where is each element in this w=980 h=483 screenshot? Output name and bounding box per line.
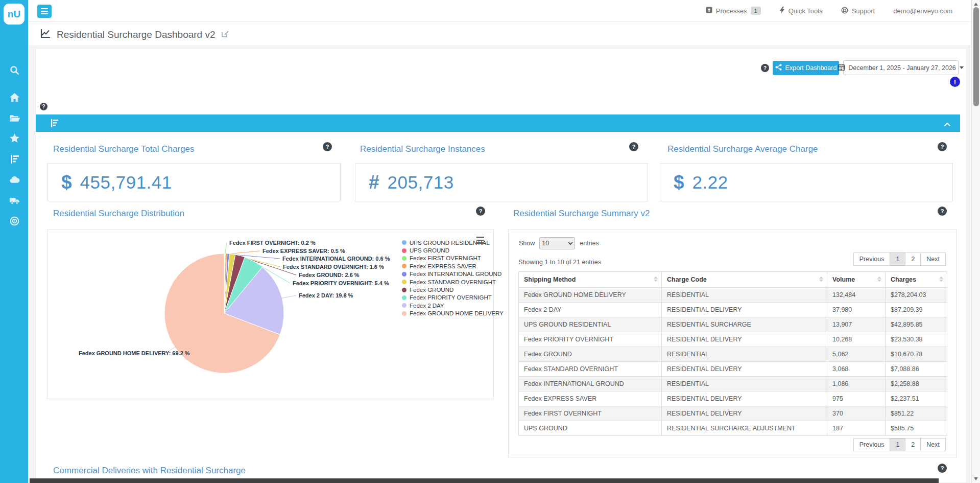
legend-bullet-icon (402, 264, 407, 268)
legend-item[interactable]: Fedex GROUND (402, 286, 504, 293)
share-icon (775, 64, 782, 72)
sidebar-toggle-button[interactable] (37, 5, 52, 18)
bottom-section-help-icon[interactable]: ? (938, 464, 947, 473)
legend-item[interactable]: Fedex PRIORITY OVERNIGHT (402, 294, 504, 302)
distribution-help-icon[interactable]: ? (476, 206, 485, 216)
column-header[interactable]: Shipping Method (519, 272, 662, 288)
quick-tools-menu[interactable]: Quick Tools (779, 7, 823, 15)
legend-item[interactable]: Fedex GROUND HOME DELIVERY (402, 310, 504, 317)
pagination-next-button[interactable]: Next (920, 438, 946, 451)
legend-item[interactable]: Fedex 2 DAY (402, 302, 504, 309)
kpi-title-average-charge: Residential Surcharge Average Charge (667, 144, 818, 154)
table-cell: RESIDENTIAL SURCHARGE (662, 317, 827, 332)
table-cell: UPS GROUND RESIDENTIAL (519, 317, 662, 332)
vertical-scrollbar[interactable] (971, 0, 980, 483)
table-cell: RESIDENTIAL (662, 377, 827, 392)
chart-menu-button[interactable] (476, 237, 484, 244)
page-size-select[interactable]: 10 (539, 237, 575, 249)
edit-icon[interactable] (222, 30, 229, 39)
top-bar: Processes 1 Quick Tools Support demo@env… (28, 0, 972, 22)
table-cell: Fedex EXPRESS SAVER (519, 392, 662, 406)
pagination-page-button[interactable]: 2 (905, 438, 921, 451)
support-menu[interactable]: Support (841, 7, 875, 15)
table-cell: 5,062 (827, 347, 886, 362)
table-row[interactable]: Fedex STANDARD OVERNIGHTRESIDENTIAL DELI… (519, 362, 947, 377)
kpi-help-icon[interactable]: ? (629, 142, 638, 151)
pie-data-label: Fedex 2 DAY: 19.8 % (299, 292, 353, 298)
summary-help-icon[interactable]: ? (938, 206, 947, 216)
distribution-title: Residential Surcharge Distribution (53, 209, 184, 219)
dollar-icon: $ (61, 172, 72, 193)
legend-label: Fedex EXPRESS SAVER (410, 263, 476, 269)
table-row[interactable]: Fedex GROUND HOME DELIVERYRESIDENTIAL132… (519, 288, 947, 303)
sort-icon (939, 277, 943, 282)
kpi-card-average-charge: $ 2.22 (660, 163, 953, 201)
panel-help-icon[interactable]: ? (40, 103, 47, 110)
export-dashboard-button[interactable]: Export Dashboard (773, 61, 839, 75)
table-cell: $585.75 (886, 421, 947, 436)
home-icon[interactable] (9, 91, 20, 103)
pagination-next-button[interactable]: Next (920, 252, 946, 266)
table-cell: RESIDENTIAL DELIVERY (662, 392, 827, 406)
pagination-page-button[interactable]: 1 (890, 438, 905, 451)
processes-menu[interactable]: Processes 1 (706, 7, 761, 15)
cloud-icon[interactable] (9, 174, 20, 185)
table-cell: 10,268 (827, 332, 886, 347)
column-header[interactable]: Charges (886, 272, 947, 288)
table-row[interactable]: UPS GROUNDRESIDENTIAL SURCHARGE ADJUSTME… (519, 421, 947, 436)
folder-open-icon[interactable] (9, 112, 20, 123)
table-row[interactable]: Fedex INTERNATIONAL GROUNDRESIDENTIAL1,0… (519, 377, 947, 392)
legend-item[interactable]: UPS GROUND (402, 246, 504, 254)
table-info: Showing 1 to 10 of 21 entries (518, 259, 601, 266)
legend-item[interactable]: Fedex FIRST OVERNIGHT (402, 255, 504, 262)
kpi-help-icon[interactable]: ? (938, 142, 947, 151)
column-header[interactable]: Volume (827, 272, 886, 288)
search-icon[interactable] (9, 64, 20, 76)
legend-bullet-icon (402, 311, 407, 316)
legend-item[interactable]: Fedex EXPRESS SAVER (402, 262, 504, 270)
star-icon[interactable] (9, 132, 20, 144)
kpi-card-total-charges: $ 455,791.41 (47, 163, 341, 201)
table-row[interactable]: Fedex PRIORITY OVERNIGHTRESIDENTIAL DELI… (519, 332, 947, 347)
truck-icon[interactable] (9, 195, 20, 206)
dashboard-help-icon[interactable]: ? (761, 64, 769, 72)
pie-label-connector (226, 251, 260, 254)
user-email[interactable]: demo@enveyo.com (893, 7, 952, 15)
table-row[interactable]: Fedex 2 DAYRESIDENTIAL DELIVERY37,980$87… (519, 303, 947, 317)
table-cell: RESIDENTIAL DELIVERY (662, 303, 827, 317)
kpi-help-icon[interactable]: ? (323, 142, 332, 151)
panel-heading (36, 114, 960, 132)
pie-label-connector (281, 295, 296, 298)
horizontal-scroll-thumb[interactable] (30, 478, 939, 483)
pagination-page-button[interactable]: 2 (905, 252, 921, 266)
scroll-up-icon[interactable] (974, 3, 978, 6)
chevron-up-icon[interactable] (944, 120, 951, 129)
table-cell: Fedex PRIORITY OVERNIGHT (519, 332, 662, 347)
bar-chart-icon[interactable] (9, 153, 20, 165)
pagination-page-button[interactable]: 1 (890, 252, 905, 266)
kpi-title-total-charges: Residential Surcharge Total Charges (53, 144, 195, 154)
table-row[interactable]: Fedex FIRST OVERNIGHTRESIDENTIAL DELIVER… (519, 406, 947, 421)
legend-label: Fedex PRIORITY OVERNIGHT (410, 294, 492, 301)
alert-badge[interactable]: ! (950, 77, 960, 87)
support-label: Support (852, 7, 875, 15)
vertical-scroll-thumb[interactable] (973, 7, 979, 106)
pagination-previous-button[interactable]: Previous (853, 252, 891, 266)
kpi-value: 2.22 (692, 172, 728, 193)
column-header[interactable]: Charge Code (662, 272, 827, 288)
quick-tools-label: Quick Tools (788, 7, 823, 15)
table-cell: 3,068 (827, 362, 886, 377)
pagination-previous-button[interactable]: Previous (853, 438, 891, 451)
app-logo[interactable]: nU (4, 4, 25, 25)
table-row[interactable]: Fedex GROUNDRESIDENTIAL5,062$10,670.78 (519, 347, 947, 362)
date-range-picker[interactable]: December 1, 2025 - January 27, 2026 (843, 60, 959, 75)
table-row[interactable]: Fedex EXPRESS SAVERRESIDENTIAL DELIVERY9… (519, 392, 947, 406)
legend-label: Fedex STANDARD OVERNIGHT (410, 279, 496, 285)
bullseye-icon[interactable] (9, 215, 20, 226)
scroll-down-icon[interactable] (974, 477, 978, 480)
table-row[interactable]: UPS GROUND RESIDENTIALRESIDENTIAL SURCHA… (519, 317, 947, 332)
pagination-top: Previous12Next (854, 252, 946, 266)
legend-item[interactable]: Fedex STANDARD OVERNIGHT (402, 278, 504, 286)
legend-item[interactable]: Fedex INTERNATIONAL GROUND (402, 270, 504, 278)
legend-item[interactable]: UPS GROUND RESIDENTIAL (402, 239, 504, 246)
